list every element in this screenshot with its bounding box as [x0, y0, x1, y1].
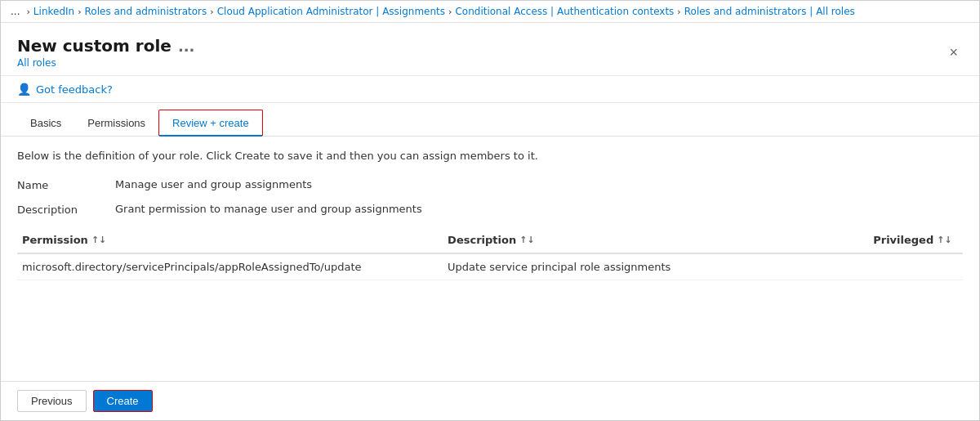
- th-description[interactable]: Description ↑↓: [443, 227, 868, 253]
- breadcrumb-sep-0: ›: [26, 7, 29, 17]
- breadcrumb-dots[interactable]: ...: [11, 6, 20, 17]
- breadcrumb: ... › LinkedIn › Roles and administrator…: [1, 1, 979, 23]
- panel-header: New custom role ... All roles ×: [1, 23, 979, 76]
- sort-description-icon: ↑↓: [519, 235, 534, 245]
- close-button[interactable]: ×: [944, 43, 963, 63]
- description-value: Grant permission to manage user and grou…: [115, 203, 422, 215]
- sort-privileged-icon: ↑↓: [937, 235, 951, 245]
- sort-permission-icon: ↑↓: [91, 235, 106, 245]
- role-definition-text: Below is the definition of your role. Cl…: [17, 150, 963, 162]
- breadcrumb-item-4[interactable]: Roles and administrators | All roles: [684, 6, 855, 17]
- tab-review-create[interactable]: Review + create: [158, 110, 263, 136]
- name-field-row: Name Manage user and group assignments: [17, 178, 963, 191]
- description-field-row: Description Grant permission to manage u…: [17, 203, 963, 216]
- breadcrumb-item-2[interactable]: Cloud Application Administrator | Assign…: [217, 6, 445, 17]
- permissions-table: Permission ↑↓ Description ↑↓: [17, 227, 963, 280]
- name-label: Name: [17, 178, 115, 191]
- th-privileged[interactable]: Privileged ↑↓: [868, 227, 963, 253]
- app-window: ... › LinkedIn › Roles and administrator…: [0, 0, 980, 421]
- tab-permissions[interactable]: Permissions: [74, 110, 158, 136]
- main-panel: New custom role ... All roles × 👤 Got fe…: [1, 23, 979, 420]
- feedback-link[interactable]: Got feedback?: [36, 83, 113, 96]
- feedback-bar: 👤 Got feedback?: [1, 76, 979, 103]
- panel-title-dots[interactable]: ...: [178, 38, 195, 55]
- breadcrumb-item-0[interactable]: LinkedIn: [33, 6, 74, 17]
- tab-basics[interactable]: Basics: [17, 110, 74, 136]
- footer: Previous Create: [1, 381, 979, 420]
- content-area: Below is the definition of your role. Cl…: [1, 137, 979, 381]
- panel-title: New custom role ...: [17, 36, 194, 56]
- breadcrumb-item-3[interactable]: Conditional Access | Authentication cont…: [455, 6, 674, 17]
- create-button[interactable]: Create: [93, 390, 153, 412]
- feedback-icon: 👤: [17, 83, 31, 96]
- previous-button[interactable]: Previous: [17, 390, 87, 412]
- description-label: Description: [17, 203, 115, 216]
- panel-subtitle[interactable]: All roles: [17, 57, 194, 69]
- panel-title-group: New custom role ... All roles: [17, 36, 194, 69]
- th-permission[interactable]: Permission ↑↓: [17, 227, 443, 253]
- breadcrumb-item-1[interactable]: Roles and administrators: [85, 6, 207, 17]
- table-row: microsoft.directory/servicePrincipals/ap…: [17, 253, 963, 280]
- cell-privileged: [868, 253, 963, 280]
- tabs-bar: Basics Permissions Review + create: [1, 110, 979, 137]
- cell-description: Update service principal role assignment…: [443, 253, 868, 280]
- name-value: Manage user and group assignments: [115, 178, 312, 190]
- cell-permission: microsoft.directory/servicePrincipals/ap…: [17, 253, 443, 280]
